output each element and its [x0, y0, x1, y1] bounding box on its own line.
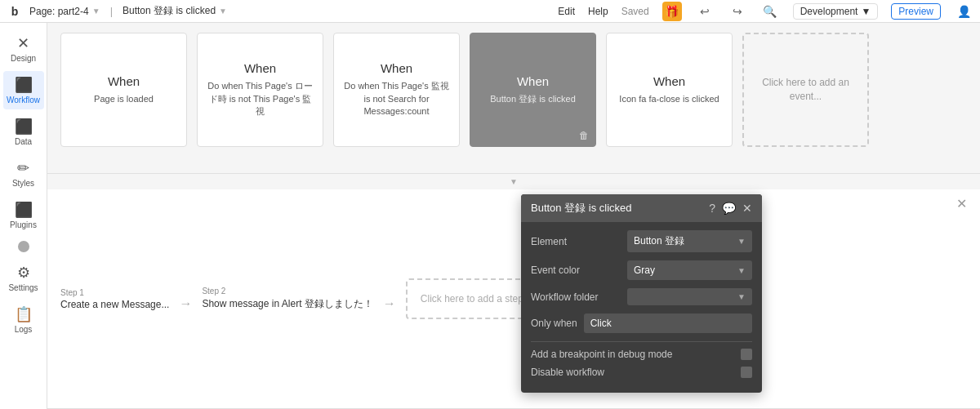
sidebar-item-workflow[interactable]: ⬛ Workflow — [3, 71, 44, 109]
element-arrow: ▼ — [737, 237, 746, 246]
modal-header: Button 登録 is clicked ? 💬 ✕ — [521, 194, 762, 222]
element-row: Element Button 登録 ▼ — [531, 230, 752, 252]
preview-btn[interactable]: Preview — [891, 3, 941, 20]
modal-comment-icon[interactable]: 💬 — [722, 202, 736, 215]
event-when-0: When — [108, 74, 140, 88]
event-add-desc: Click here to add an event... — [754, 76, 858, 104]
step-action-0[interactable]: Create a new Message... — [60, 299, 169, 310]
modal-close-icon[interactable]: ✕ — [742, 202, 752, 215]
collapse-btn[interactable] — [18, 241, 29, 252]
gift-icon-btn[interactable]: 🎁 — [662, 2, 682, 21]
edit-link[interactable]: Edit — [558, 6, 575, 17]
steps-row: Step 1 Create a new Message... → Step 2 … — [47, 189, 980, 409]
workflow-icon: ⬛ — [15, 76, 33, 94]
delete-icon-3[interactable]: 🗑 — [579, 130, 589, 141]
modal-body: Element Button 登録 ▼ Event color Gray ▼ — [521, 222, 762, 393]
step-item-1: Step 2 Show message in Alert 登録しました！ — [202, 287, 372, 311]
element-dropdown[interactable]: Button 登録 ▼ — [627, 230, 752, 252]
event-card-add[interactable]: Click here to add an event... — [742, 33, 869, 147]
user-avatar[interactable]: 👤 — [954, 2, 973, 21]
topbar-title: Button 登録 is clicked — [122, 4, 216, 18]
event-color-value: Gray — [634, 265, 655, 276]
sidebar-label-workflow: Workflow — [7, 96, 40, 104]
event-card-2[interactable]: When Do when This Page's 監視 is not Searc… — [333, 33, 460, 147]
divider-1 — [531, 341, 752, 342]
event-card-0[interactable]: When Page is loaded — [60, 33, 187, 147]
event-color-dropdown[interactable]: Gray ▼ — [627, 260, 752, 280]
event-card-4[interactable]: When Icon fa fa-close is clicked — [606, 33, 733, 147]
event-when-1: When — [244, 61, 276, 75]
event-when-4: When — [653, 74, 685, 88]
page-arrow[interactable]: ▼ — [92, 7, 100, 16]
undo-btn[interactable]: ↩ — [695, 2, 715, 21]
breakpoint-label: Add a breakpoint in debug mode — [531, 349, 734, 360]
topbar-sep: | — [110, 5, 113, 17]
event-card-1[interactable]: When Do when This Page's ロード時 is not Thi… — [197, 33, 323, 147]
scroll-down-arrow: ▼ — [510, 177, 518, 186]
step-action-1[interactable]: Show message in Alert 登録しました！ — [202, 297, 372, 311]
plugins-icon: ⬛ — [15, 201, 33, 219]
search-btn[interactable]: 🔍 — [760, 2, 780, 21]
data-icon: ⬛ — [15, 118, 33, 136]
modal-panel: Button 登録 is clicked ? 💬 ✕ Element Butto… — [521, 194, 762, 393]
step-item-0: Step 1 Create a new Message... — [60, 288, 169, 310]
event-color-label: Event color — [531, 265, 621, 276]
sidebar-label-data: Data — [15, 137, 32, 146]
event-color-row: Event color Gray ▼ — [531, 260, 752, 280]
events-row: When Page is loaded When Do when This Pa… — [47, 23, 980, 174]
sidebar-item-design[interactable]: ✕ Design — [3, 29, 44, 68]
workflow-folder-arrow: ▼ — [737, 292, 746, 301]
only-when-label: Only when — [531, 318, 577, 329]
sidebar-item-styles[interactable]: ✏ Styles — [3, 154, 44, 193]
element-value: Button 登録 — [634, 234, 684, 248]
step-arrow-0: → — [179, 296, 192, 311]
modal-title: Button 登録 is clicked — [531, 201, 632, 216]
topbar-logo: b — [7, 3, 23, 20]
event-card-3[interactable]: When Button 登録 is clicked 🗑 — [470, 33, 596, 147]
topbar-title-section[interactable]: Button 登録 is clicked ▼ — [122, 4, 227, 18]
main-layout: ✕ Design ⬛ Workflow ⬛ Data ✏ Styles ⬛ Pl… — [0, 23, 980, 409]
logs-icon: 📋 — [15, 305, 33, 323]
breakpoint-toggle[interactable] — [741, 349, 752, 360]
event-when-3: When — [517, 74, 549, 88]
modal-help-icon[interactable]: ? — [709, 202, 715, 215]
event-when-2: When — [381, 61, 412, 75]
title-arrow[interactable]: ▼ — [219, 7, 227, 16]
redo-btn[interactable]: ↪ — [728, 2, 747, 21]
only-when-row: Only when — [531, 313, 752, 333]
topbar-nav: Edit Help Saved 🎁 ↩ ↪ 🔍 Development ▼ Pr… — [558, 2, 973, 21]
disable-toggle[interactable] — [741, 367, 752, 378]
workflow-folder-dropdown[interactable]: ▼ — [627, 288, 752, 305]
only-when-input[interactable] — [584, 313, 752, 333]
sidebar-item-plugins[interactable]: ⬛ Plugins — [3, 196, 44, 234]
topbar: b Page: part2-4 ▼ | Button 登録 is clicked… — [0, 0, 980, 23]
disable-label: Disable workflow — [531, 367, 734, 378]
event-desc-3: Button 登録 is clicked — [490, 93, 576, 105]
sidebar-label-styles: Styles — [12, 179, 34, 188]
saved-status: Saved — [621, 6, 649, 17]
modal-header-icons: ? 💬 ✕ — [709, 202, 752, 215]
scroll-indicator: ▼ — [47, 174, 980, 189]
event-color-arrow: ▼ — [737, 266, 746, 275]
event-desc-2: Do when This Page's 監視 is not Search for… — [344, 80, 449, 118]
sidebar-label-logs: Logs — [15, 325, 33, 334]
sidebar-item-settings[interactable]: ⚙ Settings — [3, 259, 44, 297]
sidebar-item-logs[interactable]: 📋 Logs — [3, 300, 44, 339]
step-label-0: Step 1 — [60, 288, 169, 297]
content-area: When Page is loaded When Do when This Pa… — [47, 23, 980, 409]
sidebar-item-data[interactable]: ⬛ Data — [3, 113, 44, 151]
topbar-page[interactable]: Page: part2-4 ▼ — [29, 6, 100, 17]
step-label-1: Step 2 — [202, 287, 372, 296]
workflow-folder-row: Workflow folder ▼ — [531, 288, 752, 305]
step-arrow-1: → — [383, 296, 396, 311]
sidebar-label-settings: Settings — [8, 283, 38, 292]
disable-row: Disable workflow — [531, 367, 752, 378]
event-desc-1: Do when This Page's ロード時 is not This Pag… — [207, 80, 313, 118]
dev-mode-btn[interactable]: Development ▼ — [793, 3, 879, 20]
styles-icon: ✏ — [17, 159, 29, 177]
element-label: Element — [531, 236, 621, 247]
page-name: Page: part2-4 — [29, 6, 89, 17]
close-steps-btn[interactable]: ✕ — [956, 196, 967, 211]
workflow-folder-label: Workflow folder — [531, 291, 621, 303]
help-link[interactable]: Help — [588, 6, 608, 17]
